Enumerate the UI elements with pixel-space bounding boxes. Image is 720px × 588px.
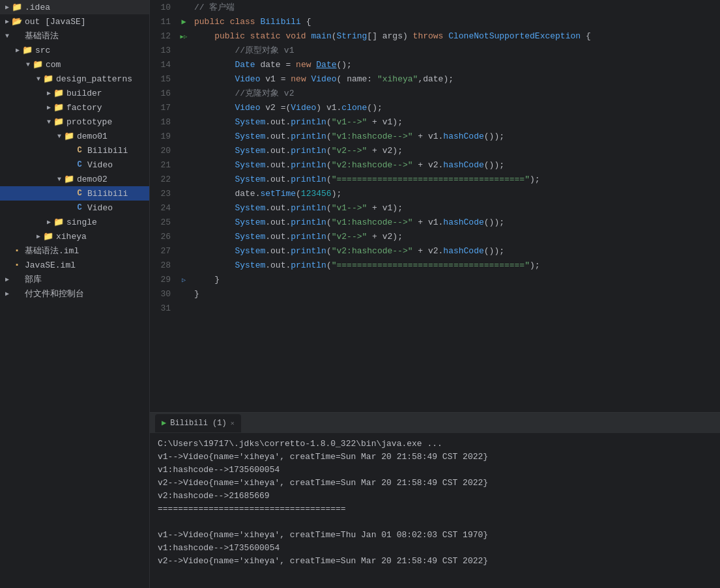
line-gutter — [177, 229, 190, 244]
line-code: System.out.println("v1:hashcode-->" + v1… — [190, 215, 720, 229]
terminal-tab[interactable]: ▶ Bilibili (1) ✕ — [155, 414, 241, 432]
line-gutter — [177, 43, 190, 57]
line-gutter — [177, 72, 190, 86]
terminal-line: v1-->Video{name='xiheya', creatTime=Thu … — [158, 529, 712, 542]
line-number: 18 — [150, 115, 177, 129]
expand-arrow: ▶ — [3, 3, 12, 11]
expand-arrow: ▶ — [34, 232, 43, 240]
sidebar-label: .idea — [25, 3, 50, 12]
sidebar-label: Bilibili — [87, 146, 128, 156]
expand-arrow: ▶ — [3, 290, 12, 298]
sidebar-item-video-demo02[interactable]: C Video — [0, 201, 149, 215]
table-row: 18 System.out.println("v1-->" + v1); — [150, 115, 720, 129]
sidebar-item-xiheya[interactable]: ▶ 📁 xiheya — [0, 229, 149, 244]
folder-icon: 📁 — [53, 217, 64, 227]
line-number: 20 — [150, 143, 177, 158]
sidebar-item-bilibili-demo02[interactable]: C Bilibili — [0, 186, 149, 201]
folder-icon: 📁 — [53, 117, 64, 127]
line-gutter: ▶ — [177, 14, 190, 29]
sidebar-label: out [JavaSE] — [25, 17, 86, 27]
terminal-line: v2:hashcode-->21685669 — [158, 490, 712, 503]
sidebar-item-buku[interactable]: ▶ 部库 — [0, 272, 149, 287]
folder-icon: 📁 — [53, 102, 64, 113]
sidebar-item-single[interactable]: ▶ 📁 single — [0, 215, 149, 229]
table-row: 10 // 客户端 — [150, 0, 720, 14]
line-gutter — [177, 86, 190, 100]
table-row: 30 } — [150, 287, 720, 301]
sidebar-label: single — [66, 217, 97, 227]
sidebar-item-jichuyufa-iml[interactable]: ▪ 基础语法.iml — [0, 244, 149, 258]
table-row: 14 Date date = new Date(); — [150, 57, 720, 72]
sidebar-item-builder[interactable]: ▶ 📁 builder — [0, 86, 149, 100]
sidebar-item-out[interactable]: ▶ 📂 out [JavaSE] — [0, 14, 149, 29]
class-icon: C — [74, 189, 85, 198]
line-code: System.out.println("v1-->" + v1); — [190, 201, 720, 215]
sidebar-label: Bilibili — [87, 189, 128, 199]
line-number: 14 — [150, 57, 177, 72]
close-icon[interactable]: ✕ — [231, 419, 235, 427]
folder-icon: 📁 — [43, 74, 53, 84]
line-code: //克隆对象 v2 — [190, 86, 720, 100]
line-number: 21 — [150, 158, 177, 172]
line-gutter — [177, 244, 190, 258]
line-code — [190, 301, 720, 315]
sidebar-item-src[interactable]: ▶ 📁 src — [0, 43, 149, 57]
terminal-line: v2-->Video{name='xiheya', creatTime=Sun … — [158, 477, 712, 490]
class-icon: C — [74, 160, 85, 169]
expand-arrow: ▼ — [55, 133, 64, 140]
sidebar: ▶ 📁 .idea ▶ 📂 out [JavaSE] ▼ 基础语法 ▶ 📁 sr… — [0, 0, 150, 588]
line-number: 19 — [150, 129, 177, 143]
sidebar-item-video-demo01[interactable]: C Video — [0, 158, 149, 172]
sidebar-item-demo02[interactable]: ▼ 📁 demo02 — [0, 172, 149, 186]
line-gutter — [177, 258, 190, 272]
expand-arrow: ▼ — [34, 76, 43, 83]
code-lines: 10 // 客户端 11 ▶ public class Bilibili { 1… — [150, 0, 720, 315]
line-code: Video v2 =(Video) v1.clone(); — [190, 100, 720, 115]
line-code: System.out.println("v1-->" + v1); — [190, 115, 720, 129]
table-row: 27 System.out.println("v2:hashcode-->" +… — [150, 244, 720, 258]
line-code: System.out.println("v2:hashcode-->" + v2… — [190, 158, 720, 172]
iml-icon: ▪ — [12, 261, 22, 269]
sidebar-item-design-patterns[interactable]: ▼ 📁 design_patterns — [0, 72, 149, 86]
sidebar-label: prototype — [66, 117, 112, 127]
expand-arrow: ▼ — [3, 33, 12, 40]
line-gutter: ▷ — [177, 272, 190, 287]
sidebar-label: Video — [87, 160, 113, 170]
terminal-line: v1:hashcode-->1735600054 — [158, 542, 712, 555]
table-row: 12 ▶▷ public static void main(String[] a… — [150, 29, 720, 43]
folder-icon: 📁 — [64, 174, 74, 184]
sidebar-label: xiheya — [56, 232, 87, 242]
expand-arrow: ▶ — [3, 18, 12, 25]
sidebar-label: factory — [66, 103, 102, 113]
folder-blue-icon: 📂 — [12, 16, 22, 27]
table-row: 13 //原型对象 v1 — [150, 43, 720, 57]
line-number: 30 — [150, 287, 177, 301]
sidebar-item-prototype[interactable]: ▼ 📁 prototype — [0, 115, 149, 129]
sidebar-item-factory[interactable]: ▶ 📁 factory — [0, 100, 149, 115]
run-icon: ▶ — [162, 418, 166, 428]
sidebar-label: src — [35, 46, 50, 55]
terminal-tab-label: Bilibili (1) — [170, 419, 226, 428]
line-number: 29 — [150, 272, 177, 287]
line-gutter — [177, 215, 190, 229]
code-area: 10 // 客户端 11 ▶ public class Bilibili { 1… — [150, 0, 720, 412]
line-number: 15 — [150, 72, 177, 86]
table-row: 29 ▷ } — [150, 272, 720, 287]
sidebar-label: builder — [66, 89, 102, 98]
sidebar-item-demo01[interactable]: ▼ 📁 demo01 — [0, 129, 149, 143]
class-icon: C — [74, 146, 85, 155]
line-code: date.setTime(123456); — [190, 186, 720, 201]
expand-arrow: ▼ — [55, 176, 64, 183]
sidebar-item-wenjian[interactable]: ▶ 付文件和控制台 — [0, 287, 149, 301]
sidebar-item-com[interactable]: ▼ 📁 com — [0, 57, 149, 72]
expand-arrow: ▶ — [44, 218, 53, 226]
terminal-line: v1-->Video{name='xiheya', creatTime=Sun … — [158, 451, 712, 464]
sidebar-item-jifayufa[interactable]: ▼ 基础语法 — [0, 29, 149, 43]
line-code: System.out.println("v2-->" + v2); — [190, 229, 720, 244]
terminal-line: v1:hashcode-->1735600054 — [158, 464, 712, 477]
sidebar-label: 基础语法 — [25, 30, 59, 42]
sidebar-item-javase-iml[interactable]: ▪ JavaSE.iml — [0, 258, 149, 272]
line-gutter — [177, 201, 190, 215]
sidebar-item-bilibili-demo01[interactable]: C Bilibili — [0, 143, 149, 158]
sidebar-item-idea[interactable]: ▶ 📁 .idea — [0, 0, 149, 14]
